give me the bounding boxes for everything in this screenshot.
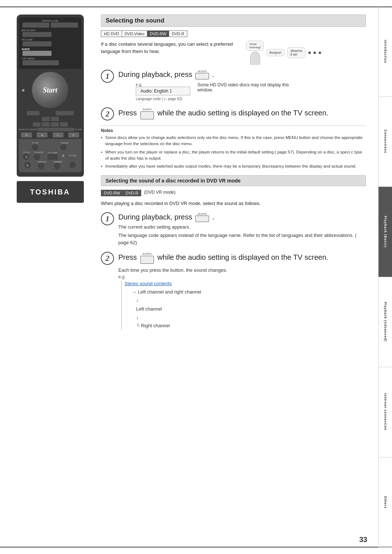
section1-intro: If a disc contains several languages, yo… [101, 41, 239, 55]
step2-middle: while the audio setting is displayed on … [158, 109, 328, 117]
open-close-label: OPEN/CLOSE [22, 20, 79, 22]
audio-btn-rect2[interactable] [140, 111, 154, 119]
pause-btn[interactable] [37, 128, 74, 131]
tv-ch-down-btn[interactable]: ∨ [24, 162, 31, 168]
badge2-dvdr: DVD-R [123, 190, 141, 196]
audio-btn[interactable] [23, 51, 52, 56]
step1-prefix: During playback, press [118, 70, 192, 79]
arrow-left-icon[interactable]: ◄ [20, 87, 25, 93]
note-2: When you turn on the player or replace a… [101, 149, 366, 162]
nav-btn-1[interactable] [27, 111, 40, 115]
step2-number: 2 [101, 107, 114, 120]
dimmer-label: DIMMER [54, 161, 62, 163]
picture-btn[interactable] [23, 41, 52, 46]
tab-connections[interactable]: Connections [378, 97, 392, 187]
tab-playback-basic[interactable]: Playback (Basic) [378, 187, 392, 277]
toshiba-logo-area: TOSHIBA [17, 181, 84, 203]
nav-circle-area: ◄ Start ► [19, 72, 82, 108]
tvi-label: TV I/Ö [32, 142, 38, 144]
start-button[interactable]: Start [32, 72, 68, 108]
power-btn[interactable] [51, 22, 78, 28]
step2-content: Press AUDIO while the audio setting is d… [118, 107, 366, 119]
step2-1-title: During playback, press AUDIO . [118, 212, 366, 222]
btn-b[interactable]: B [37, 132, 48, 138]
prev-btn[interactable] [33, 122, 41, 127]
stereo-label[interactable]: Stereo sound contents [124, 281, 366, 286]
step2-subtitle1: The current audio setting appears. [118, 223, 366, 231]
step2-prefix: Press [118, 109, 137, 117]
section2-desc: When playing a disc recorded in DVD VR m… [101, 200, 366, 207]
tv-ch-btn[interactable]: ∧ [23, 153, 29, 160]
tab-others[interactable]: Others [378, 457, 392, 548]
topmenu-label: TOP MENU [22, 57, 79, 60]
notes-section: Notes Some discs allow you to change aud… [101, 126, 366, 169]
tv-mute-btn[interactable] [34, 153, 40, 160]
play-btn[interactable] [42, 117, 50, 121]
transport-row-2 [19, 122, 82, 127]
tvcode-label: TV CODE [48, 152, 58, 154]
next-btn[interactable] [60, 122, 68, 127]
badge-dvdr: DVD-R [169, 30, 187, 37]
stop-btn[interactable] [51, 117, 59, 121]
audio-btn-rect-s2-2[interactable] [140, 256, 154, 263]
tree-down-1: ↓ [136, 296, 366, 304]
step1-box: 1 During playback, press AUDIO . e.g. Au… [101, 70, 366, 102]
topmenu-btn[interactable] [23, 60, 59, 65]
display-btn[interactable] [38, 163, 44, 169]
cursor-label: CURSOR [27, 128, 37, 131]
btn-c[interactable]: C [53, 132, 64, 138]
audio-btn-rect-s2[interactable] [195, 216, 209, 222]
lang-code-note: Language code ( ▷ page 62) [136, 97, 190, 101]
remote-bottom-section: TV I/Ö TV/DVD TV CH ∧ TV MUTE T [19, 139, 82, 172]
arrow-right-tree: → [132, 288, 136, 296]
dimmer-btn[interactable] [54, 163, 60, 169]
open-close-btn[interactable] [23, 22, 50, 28]
sound-changes: Each time you press the button, the soun… [118, 267, 366, 273]
rew-btn[interactable] [42, 122, 50, 127]
bubble-buenos: ¡Buenosd as! [287, 47, 306, 58]
note-3: Immediately after you have switched audi… [101, 163, 366, 169]
tv-code-btn[interactable] [48, 154, 58, 160]
tv-power-btn[interactable] [32, 144, 38, 151]
tree-item-1: → Left channel and right channel [132, 288, 366, 296]
repeat-label: REPEAT [19, 128, 28, 131]
plus-label: + [62, 153, 65, 159]
tab-playback-advanced[interactable]: Playback (Advanced) [378, 277, 392, 368]
dots-icon: ● ● ● [308, 49, 322, 56]
tv-row-3: ∨ DISPLAY DIMMER [21, 161, 79, 169]
tree-item-2: Left channel [136, 305, 366, 313]
tv-dvd-btn[interactable] [60, 144, 67, 151]
btn-a[interactable]: A [21, 132, 32, 138]
tv-row-1: TV I/Ö TV/DVD [21, 142, 79, 151]
right-sidebar: Introduction Connections Playback (Basic… [378, 7, 392, 547]
backlight-btn[interactable] [23, 32, 52, 37]
tree-text-2: Left channel [136, 305, 162, 313]
btn-d[interactable]: D [68, 132, 79, 138]
audio-display: Audio: English 1 [136, 87, 190, 95]
step2-2-middle: while the audio setting is displayed on … [158, 253, 328, 261]
vr-mode-label: (DVD VR mode) [144, 190, 176, 196]
step2-title: Press AUDIO while the audio setting is d… [118, 107, 366, 119]
abcd-row: A B C D [19, 132, 82, 138]
step2-2-box: 2 Press AUDIO while the audio setting is… [101, 252, 366, 330]
badge2-dvdrw: DVD-RW [101, 190, 123, 196]
start-label: Start [43, 86, 57, 94]
tab-introduction[interactable]: Introduction [378, 7, 392, 97]
display-label: DISPLAY [38, 161, 47, 163]
tree-down-2: ↓ [136, 313, 366, 321]
audio-label-s2-2: AUDIO [143, 252, 152, 256]
step2-box: 2 Press AUDIO while the audio setting is… [101, 107, 366, 120]
step2-2-number: 2 [101, 252, 114, 265]
step2-2-title: Press AUDIO while the audio setting is d… [118, 252, 366, 264]
tv-vol-down-btn[interactable] [69, 162, 76, 168]
bubble-bonjour: Bonjour! [266, 49, 285, 56]
side-note-1: Some HD DVD video discs may not display … [197, 82, 299, 93]
transport-row-1 [19, 117, 82, 121]
top-border [0, 7, 392, 7]
tab-internet[interactable]: Internet connection [378, 367, 392, 457]
fwd-btn[interactable] [51, 122, 59, 127]
audio-label-top: AUDIO [197, 70, 207, 73]
badge-dvdvideo: DVD-Video [122, 30, 147, 37]
audio-btn-rect[interactable] [195, 73, 209, 79]
return-btn[interactable] [56, 111, 74, 115]
